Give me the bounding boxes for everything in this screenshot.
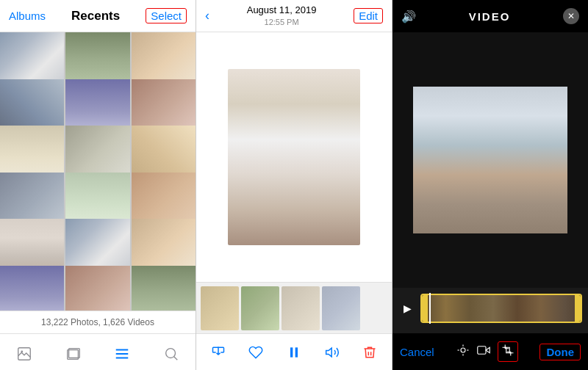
photo-detail-header: ‹ August 11, 2019 12:55 PM Edit xyxy=(196,0,392,32)
panel-video-edit: 🔊 VIDEO ✕ ▶ Cancel xyxy=(392,0,588,370)
film-thumbnail[interactable] xyxy=(201,286,239,330)
panel-photo-detail: ‹ August 11, 2019 12:55 PM Edit xyxy=(196,0,392,370)
svg-point-4 xyxy=(165,348,175,358)
photo-thumbnail[interactable] xyxy=(65,266,129,311)
play-icon: ▶ xyxy=(404,302,412,314)
film-thumbnail[interactable] xyxy=(241,286,279,330)
svg-line-5 xyxy=(173,356,177,360)
svg-point-9 xyxy=(461,348,465,352)
volume-button[interactable] xyxy=(325,345,340,360)
select-button[interactable]: Select xyxy=(146,8,187,23)
camera-tool[interactable] xyxy=(477,344,490,360)
crop-tool[interactable] xyxy=(498,341,518,362)
timeline-strip[interactable] xyxy=(420,294,582,323)
tab-search[interactable] xyxy=(163,346,179,362)
photo-date-text: August 11, 2019 xyxy=(247,4,317,17)
video-title: VIDEO xyxy=(469,10,511,23)
photo-date: August 11, 2019 12:55 PM xyxy=(247,4,317,27)
bottom-tab-bar xyxy=(0,333,196,370)
photos-grid: 0:10 xyxy=(0,32,196,311)
close-button[interactable]: ✕ xyxy=(563,8,579,24)
video-timeline: ▶ xyxy=(392,288,588,333)
done-button[interactable]: Done xyxy=(539,344,581,360)
pause-button[interactable] xyxy=(287,345,301,360)
tab-library[interactable] xyxy=(114,346,130,362)
edit-tools-row xyxy=(456,341,518,362)
photo-grid-inner: 0:10 xyxy=(0,32,196,311)
photo-count-bar: 13,222 Photos, 1,626 Videos xyxy=(0,311,196,333)
video-preview-area[interactable] xyxy=(392,32,588,288)
close-icon: ✕ xyxy=(567,11,575,21)
svg-marker-8 xyxy=(326,348,331,357)
share-button[interactable] xyxy=(211,345,226,360)
tab-photos[interactable] xyxy=(16,346,32,362)
back-button[interactable]: ‹ xyxy=(205,8,209,23)
filmstrip xyxy=(196,282,392,333)
edit-button[interactable]: Edit xyxy=(354,8,383,23)
main-photo-area[interactable] xyxy=(196,32,392,282)
video-edit-bottom-bar: Cancel Done xyxy=(392,333,588,370)
delete-button[interactable] xyxy=(362,345,377,360)
svg-rect-7 xyxy=(295,347,298,357)
timeline-playhead xyxy=(429,293,431,324)
photos-header: Albums Recents Select xyxy=(0,0,196,32)
timeline-controls: ▶ xyxy=(398,294,582,323)
svg-rect-6 xyxy=(290,347,293,357)
recents-title: Recents xyxy=(71,9,120,23)
tab-albums[interactable] xyxy=(65,346,82,362)
photo-count-text: 13,222 Photos, 1,626 Videos xyxy=(41,317,154,327)
video-preview-image xyxy=(413,87,567,233)
main-photo-image xyxy=(228,69,360,245)
albums-link[interactable]: Albums xyxy=(9,10,46,22)
play-button[interactable]: ▶ xyxy=(398,300,416,317)
photo-thumbnail[interactable] xyxy=(132,266,196,311)
timeline-handle-left[interactable] xyxy=(422,295,428,322)
panel-photos-recents: Albums Recents Select 0:10 xyxy=(0,0,196,370)
photo-time-text: 12:55 PM xyxy=(247,17,317,27)
favorite-button[interactable] xyxy=(248,345,263,360)
photo-toolbar xyxy=(196,333,392,370)
video-edit-header: 🔊 VIDEO ✕ xyxy=(392,0,588,32)
photo-thumbnail[interactable] xyxy=(0,266,64,311)
film-thumbnail[interactable] xyxy=(282,286,320,330)
brightness-tool[interactable] xyxy=(456,344,470,360)
cancel-button[interactable]: Cancel xyxy=(400,346,434,358)
timeline-handle-right[interactable] xyxy=(575,295,581,322)
svg-rect-14 xyxy=(477,347,485,355)
volume-icon[interactable]: 🔊 xyxy=(401,10,416,23)
film-thumbnail[interactable] xyxy=(322,286,360,330)
